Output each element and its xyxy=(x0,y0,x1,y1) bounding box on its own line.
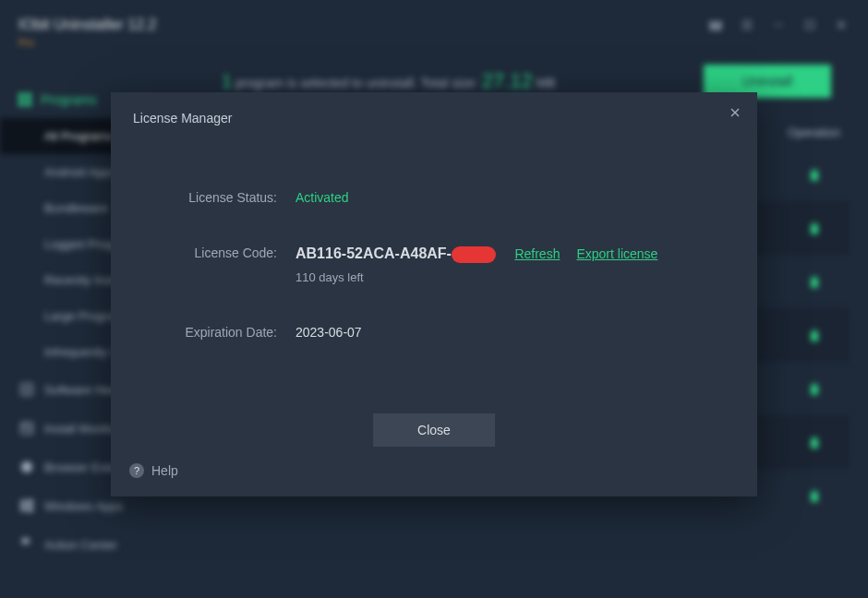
close-icon[interactable] xyxy=(833,17,850,33)
app-edition: Pro xyxy=(18,37,156,48)
trash-icon[interactable] xyxy=(807,486,822,505)
svg-rect-7 xyxy=(806,21,814,29)
trash-icon[interactable] xyxy=(807,433,822,451)
grid-icon xyxy=(18,93,31,106)
plus-box-icon xyxy=(18,381,35,398)
license-status-value: Activated xyxy=(295,190,349,205)
dialog-close-button[interactable] xyxy=(728,105,742,125)
license-status-label: License Status: xyxy=(148,190,295,205)
license-code-label: License Code: xyxy=(148,245,295,260)
refresh-link[interactable]: Refresh xyxy=(514,246,560,261)
menu-icon[interactable] xyxy=(739,17,755,33)
puzzle-icon xyxy=(18,459,35,475)
trash-icon[interactable] xyxy=(807,219,822,237)
flag-icon xyxy=(18,536,35,553)
redacted-code-icon xyxy=(452,246,496,263)
export-license-link[interactable]: Export license xyxy=(576,246,657,261)
trash-icon[interactable] xyxy=(807,379,822,398)
help-link[interactable]: ? Help xyxy=(129,463,178,478)
svg-rect-16 xyxy=(28,499,33,505)
selection-summary: 1 program is selected to uninstall. Tota… xyxy=(222,69,556,93)
license-manager-dialog: License Manager License Status: Activate… xyxy=(111,92,757,496)
sidebar-item-action-center[interactable]: Action Center xyxy=(0,525,185,564)
dialog-title: License Manager xyxy=(111,92,757,144)
activity-icon xyxy=(18,420,35,437)
trash-icon[interactable] xyxy=(807,326,822,344)
svg-rect-2 xyxy=(715,21,717,30)
maximize-icon[interactable] xyxy=(802,17,818,33)
app-title: IObit Uninstaller 12.2 xyxy=(18,17,156,33)
trash-icon[interactable] xyxy=(807,272,822,291)
svg-point-14 xyxy=(21,461,32,472)
svg-rect-15 xyxy=(20,500,26,505)
expiration-date-value: 2023-06-07 xyxy=(295,325,362,340)
expiration-date-label: Expiration Date: xyxy=(148,325,295,340)
svg-rect-17 xyxy=(20,507,26,511)
gift-icon[interactable] xyxy=(707,17,724,33)
trash-icon[interactable] xyxy=(807,165,822,184)
minimize-icon[interactable] xyxy=(770,17,787,33)
help-icon: ? xyxy=(129,463,144,478)
days-left-text: 110 days left xyxy=(295,270,657,284)
close-button[interactable]: Close xyxy=(373,413,495,447)
svg-rect-18 xyxy=(28,507,33,512)
column-operation: Operation xyxy=(788,113,840,152)
windows-icon xyxy=(18,497,35,514)
license-code-value: AB116-52ACA-A48AF- xyxy=(295,245,452,261)
